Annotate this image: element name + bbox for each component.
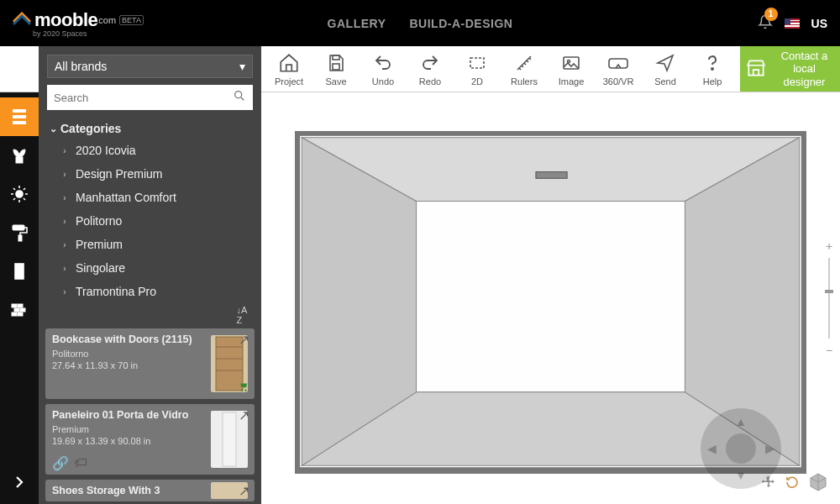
svg-rect-13 xyxy=(18,235,22,241)
rail-doors[interactable] xyxy=(0,252,39,291)
chevron-right-icon: › xyxy=(59,193,71,202)
svg-rect-36 xyxy=(223,412,236,466)
rulers-button[interactable]: Rulers xyxy=(503,51,545,87)
svg-rect-16 xyxy=(12,304,17,307)
zoom-slider[interactable]: + − xyxy=(816,239,840,357)
svg-rect-0 xyxy=(333,55,339,60)
left-rail xyxy=(0,92,39,504)
contact-label: Contact a local designer xyxy=(774,50,835,89)
project-button[interactable]: Project xyxy=(268,51,310,87)
svg-point-11 xyxy=(16,191,23,197)
svg-point-6 xyxy=(711,68,713,70)
category-item[interactable]: ›2020 Icovia xyxy=(47,139,253,162)
vr-headset-icon xyxy=(606,51,630,75)
tag-icon[interactable]: 🏷 xyxy=(74,455,87,471)
rotate-tool[interactable] xyxy=(785,475,800,493)
search-input[interactable] xyxy=(54,92,233,104)
search-icon[interactable] xyxy=(233,89,246,106)
categories-toggle[interactable]: ⌄ Categories xyxy=(47,118,253,139)
logo-text: mooble xyxy=(34,9,97,31)
undo-button[interactable]: Undo xyxy=(362,51,404,87)
orbit-left-icon[interactable]: ◀ xyxy=(707,442,717,455)
svg-point-29 xyxy=(235,92,242,98)
house-roof-icon xyxy=(13,11,31,29)
cart-icon[interactable] xyxy=(236,381,249,396)
vr-button[interactable]: 360/VR xyxy=(597,51,639,87)
link-icon[interactable]: 🔗 xyxy=(52,455,69,471)
share-icon[interactable]: ↗ xyxy=(239,332,249,348)
view-2d-button[interactable]: 2D xyxy=(456,51,498,87)
zoom-out-icon[interactable]: − xyxy=(826,344,832,357)
rail-paint[interactable] xyxy=(0,213,39,252)
svg-point-35 xyxy=(244,390,246,391)
chevron-right-icon: › xyxy=(59,170,71,179)
svg-rect-20 xyxy=(12,312,17,316)
svg-rect-19 xyxy=(20,308,25,312)
rail-expand-toggle[interactable] xyxy=(0,465,39,499)
category-item[interactable]: ›Design Premium xyxy=(47,162,253,186)
chevron-right-icon: › xyxy=(59,146,71,155)
svg-rect-28 xyxy=(536,172,567,179)
brand-filter-dropdown[interactable]: All brands ▾ xyxy=(47,55,253,78)
zoom-in-icon[interactable]: + xyxy=(826,239,832,253)
send-button[interactable]: Send xyxy=(644,51,686,87)
redo-button[interactable]: Redo xyxy=(409,51,451,87)
house-icon xyxy=(277,51,301,75)
notifications-button[interactable]: 1 xyxy=(758,14,773,33)
question-icon xyxy=(701,51,724,75)
logo-byline: by 2020 Spaces xyxy=(33,29,144,38)
chevron-right-icon: › xyxy=(59,217,71,226)
product-card[interactable]: Shoes Storage With 3 ↗ xyxy=(45,480,255,501)
chevron-down-icon: ⌄ xyxy=(47,123,59,134)
product-card[interactable]: Paneleiro 01 Porta de Vidro Premium 19.6… xyxy=(45,404,255,475)
product-list: Bookcase with Doors (2115) Politorno 27.… xyxy=(39,323,261,504)
logo-tld: .com xyxy=(96,15,116,25)
cube-view-tool[interactable] xyxy=(808,472,828,496)
design-canvas[interactable]: ▲ ▼ ◀ ▶ + − xyxy=(261,92,840,504)
product-brand: Politorno xyxy=(52,349,206,359)
category-item[interactable]: ›Manhattan Comfort xyxy=(47,186,253,209)
contact-designer-button[interactable]: Contact a local designer xyxy=(740,46,840,92)
svg-rect-18 xyxy=(14,308,19,312)
image-button[interactable]: Image xyxy=(550,51,592,87)
rail-catalog[interactable] xyxy=(0,97,39,136)
svg-rect-7 xyxy=(13,109,26,113)
category-item[interactable]: ›Politorno xyxy=(47,209,253,233)
header-nav: GALLERY BUILD-A-DESIGN xyxy=(328,17,513,30)
pan-tool[interactable] xyxy=(761,475,776,493)
rail-lighting[interactable] xyxy=(0,175,39,213)
svg-rect-9 xyxy=(13,121,26,124)
product-dimensions: 19.69 x 13.39 x 90.08 in xyxy=(52,436,206,446)
search-box xyxy=(47,85,253,110)
share-icon[interactable]: ↗ xyxy=(239,483,249,499)
category-item[interactable]: ›Tramontina Pro xyxy=(47,280,253,303)
orbit-right-icon[interactable]: ▶ xyxy=(765,442,774,455)
chevron-down-icon: ▾ xyxy=(239,60,245,73)
product-title: Shoes Storage With 3 xyxy=(52,485,206,498)
rectangle-dashed-icon xyxy=(465,51,489,75)
logo[interactable]: mooble .com BETA by 2020 Spaces xyxy=(13,9,144,38)
help-button[interactable]: Help xyxy=(691,51,733,87)
rail-plants[interactable] xyxy=(0,136,39,175)
image-icon xyxy=(559,51,583,75)
orbit-up-icon[interactable]: ▲ xyxy=(735,415,747,428)
category-item[interactable]: ›Premium xyxy=(47,233,253,256)
svg-rect-2 xyxy=(470,58,484,68)
category-item[interactable]: ›Singolare xyxy=(47,256,253,280)
svg-point-34 xyxy=(241,390,243,391)
product-card[interactable]: Bookcase with Doors (2115) Politorno 27.… xyxy=(45,328,255,399)
product-title: Bookcase with Doors (2115) xyxy=(52,333,206,347)
sort-button[interactable]: ↓AZ xyxy=(233,307,251,323)
share-icon[interactable]: ↗ xyxy=(239,407,249,423)
paper-plane-icon xyxy=(654,51,677,75)
rail-materials[interactable] xyxy=(0,291,39,329)
nav-build-a-design[interactable]: BUILD-A-DESIGN xyxy=(409,17,512,30)
svg-rect-12 xyxy=(13,225,24,230)
chevron-right-icon: › xyxy=(59,240,71,249)
save-button[interactable]: Save xyxy=(315,51,357,87)
categories-label: Categories xyxy=(60,122,121,135)
product-title: Paneleiro 01 Porta de Vidro xyxy=(52,409,206,423)
orbit-down-icon[interactable]: ▼ xyxy=(735,469,747,482)
nav-gallery[interactable]: GALLERY xyxy=(328,17,386,30)
country-code[interactable]: US xyxy=(811,17,827,30)
